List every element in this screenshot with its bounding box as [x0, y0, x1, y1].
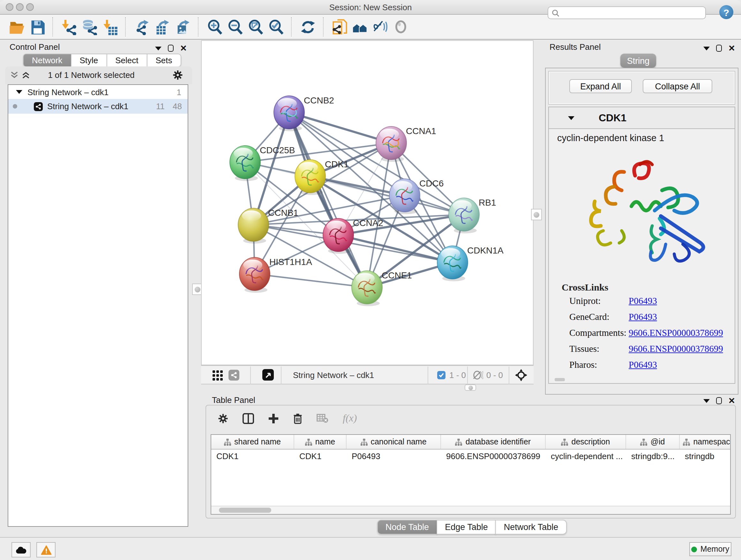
import-network-from-file-button[interactable]	[59, 17, 79, 37]
node-CDK1[interactable]: CDK1	[295, 159, 349, 195]
float-menu-icon[interactable]	[703, 46, 710, 50]
export-to-web-button[interactable]	[329, 17, 350, 37]
scrollbar-thumb[interactable]	[219, 508, 271, 513]
table-cell: CDK1	[211, 451, 294, 461]
selected-checkbox-icon[interactable]	[437, 371, 446, 379]
cloud-status-button[interactable]	[11, 542, 30, 557]
network-options-gear-icon[interactable]	[172, 70, 183, 80]
memory-button[interactable]: Memory	[689, 542, 731, 556]
export-table-button[interactable]	[152, 17, 172, 37]
right-splitter-handle[interactable]	[531, 209, 542, 220]
section-scrollbar-thumb[interactable]	[555, 378, 565, 381]
float-panel-icon[interactable]	[168, 45, 174, 52]
gene-description: cyclin-dependent kinase 1	[557, 133, 735, 143]
column-header-name[interactable]: name	[294, 435, 347, 449]
tab-style[interactable]: Style	[71, 54, 107, 67]
table-horizontal-scrollbar[interactable]	[211, 506, 730, 514]
cdk1-section-header[interactable]: CDK1	[549, 107, 735, 129]
network-collection-row[interactable]: String Network – cdk1 1	[8, 85, 188, 99]
string-query-button[interactable]	[350, 17, 370, 37]
tab-network[interactable]: Network	[23, 54, 71, 67]
float-panel-icon[interactable]	[716, 45, 722, 52]
node-table[interactable]: shared namenamecanonical namedatabase id…	[211, 434, 731, 515]
crosslink-row: Pharos:P06493	[569, 360, 735, 370]
search-input[interactable]	[548, 6, 706, 19]
edge-HIST1H1A-CCNE1[interactable]	[255, 274, 367, 287]
add-column-icon[interactable]	[268, 413, 279, 424]
section-disclosure-icon[interactable]	[568, 116, 575, 120]
tab-node-table[interactable]: Node Table	[377, 520, 437, 535]
column-type-icon	[224, 438, 231, 445]
zoom-in-button[interactable]	[204, 17, 225, 37]
node-CCNB1[interactable]: CCNB1	[238, 208, 298, 244]
column-type-icon	[305, 438, 312, 445]
hide-graphics-details-button[interactable]	[370, 17, 391, 37]
zoom-selected-button[interactable]	[266, 17, 286, 37]
import-network-from-database-button[interactable]	[79, 17, 99, 37]
grid-view-icon[interactable]	[212, 370, 223, 381]
table-row[interactable]: CDK1CDK1P064939606.ENSP00000378699cyclin…	[211, 449, 730, 463]
node-RB1[interactable]: RB1	[449, 198, 496, 233]
crosslink-link[interactable]: P06493	[629, 312, 657, 322]
close-panel-icon[interactable]: ✕	[728, 45, 735, 51]
close-panel-icon[interactable]: ✕	[180, 45, 187, 51]
tab-network-table[interactable]: Network Table	[495, 520, 567, 535]
help-button[interactable]: ?	[719, 5, 733, 19]
crosslink-label: Compartments:	[569, 327, 629, 338]
open-full-view-icon[interactable]	[262, 369, 274, 381]
horizontal-splitter-handle[interactable]	[465, 384, 476, 391]
expand-all-button[interactable]: Expand All	[569, 79, 632, 93]
delete-column-icon[interactable]	[293, 413, 302, 424]
crosslink-link[interactable]: P06493	[629, 360, 657, 370]
float-menu-icon[interactable]	[155, 46, 161, 50]
column-header-sharedname[interactable]: shared name	[211, 435, 294, 449]
column-type-icon	[683, 438, 690, 445]
node-CCNE1[interactable]: CCNE1	[352, 270, 412, 306]
export-network-button[interactable]	[131, 17, 152, 37]
cloud-icon	[15, 546, 27, 554]
refresh-view-button[interactable]	[297, 17, 318, 37]
network-canvas[interactable]: CCNB2 CCNA1 CDC25B CDK1 CDC6 RB1 CCNB1	[201, 40, 534, 365]
column-type-icon	[455, 438, 462, 445]
import-table-from-file-button[interactable]	[99, 17, 120, 37]
tab-edge-table[interactable]: Edge Table	[436, 520, 496, 535]
tab-string[interactable]: String	[620, 54, 656, 68]
tab-sets[interactable]: Sets	[146, 54, 181, 67]
tab-select[interactable]: Select	[106, 54, 147, 67]
column-header-namespace[interactable]: namespace	[680, 435, 731, 449]
column-header-canonicalname[interactable]: canonical name	[347, 435, 441, 449]
node-CDKN1A[interactable]: CDKN1A	[437, 246, 503, 281]
open-session-button[interactable]	[6, 17, 27, 37]
crosslink-link[interactable]: P06493	[629, 296, 657, 307]
show-columns-icon[interactable]	[243, 413, 254, 424]
crosslink-link[interactable]: 9606.ENSP00000378699	[629, 327, 723, 338]
column-header-id[interactable]: @id	[626, 435, 680, 449]
node-label-CDK1: CDK1	[325, 159, 349, 169]
collection-disclosure-icon[interactable]	[16, 90, 22, 94]
node-CCNA1[interactable]: CCNA1	[376, 126, 436, 162]
float-menu-icon[interactable]	[703, 399, 710, 402]
crosslink-link[interactable]: 9606.ENSP00000378699	[629, 344, 723, 354]
float-panel-icon[interactable]	[716, 397, 722, 404]
node-CDC6[interactable]: CDC6	[389, 179, 444, 214]
column-header-description[interactable]: description	[546, 435, 626, 449]
close-panel-icon[interactable]: ✕	[728, 397, 735, 404]
zoom-out-icon	[227, 19, 243, 35]
network-view-toolbar: String Network – cdk1 1 - 0 0 - 0	[201, 365, 534, 384]
birdseye-navigator-icon[interactable]	[515, 369, 527, 381]
export-image-button[interactable]	[172, 17, 193, 37]
warnings-button[interactable]	[37, 542, 56, 557]
network-label: String Network – cdk1	[47, 102, 128, 111]
collapse-all-button[interactable]: Collapse All	[643, 79, 712, 93]
save-session-button[interactable]	[27, 17, 47, 37]
column-header-databaseidentifier[interactable]: database identifier	[441, 435, 546, 449]
node-HIST1H1A[interactable]: HIST1H1A	[239, 257, 312, 293]
edge-CCNB2-CCNA1[interactable]	[289, 112, 391, 143]
zoom-out-button[interactable]	[225, 17, 245, 37]
table-options-gear-icon[interactable]	[218, 413, 228, 424]
network-row-selected[interactable]: String Network – cdk1 11 48	[8, 99, 188, 114]
toolbar-separator	[323, 17, 324, 37]
network-share-icon[interactable]	[228, 370, 239, 381]
zoom-fit-content-button[interactable]	[245, 17, 266, 37]
level-of-detail-eye-button[interactable]	[391, 17, 411, 37]
